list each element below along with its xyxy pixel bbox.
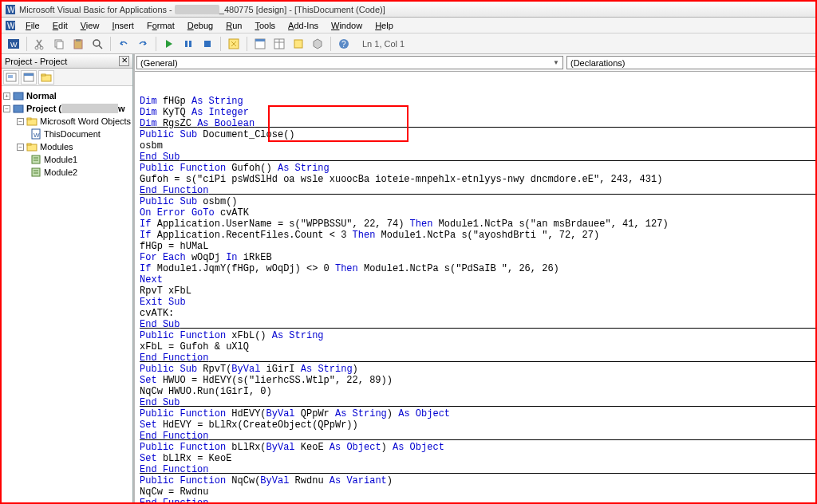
- code-editor[interactable]: Dim fHGp As String Dim KyTQ As Integer D…: [135, 72, 817, 502]
- tree-module2[interactable]: Module2: [3, 166, 131, 179]
- svg-rect-36: [27, 118, 31, 120]
- close-panel-icon[interactable]: ✕: [119, 56, 129, 66]
- svg-text:W: W: [34, 132, 40, 139]
- svg-rect-16: [204, 41, 211, 47]
- properties-icon[interactable]: [270, 35, 288, 53]
- project-panel-toolbar: [2, 69, 132, 86]
- object-browser-icon[interactable]: [290, 35, 307, 53]
- project-panel-title: Project - Project ✕: [2, 54, 132, 69]
- svg-rect-9: [57, 41, 63, 49]
- chevron-down-icon: ▼: [553, 59, 559, 66]
- menu-help[interactable]: Help: [369, 19, 400, 32]
- svg-rect-32: [41, 74, 45, 76]
- project-explorer: Project - Project ✕ +Normal −Project ( w…: [2, 54, 133, 502]
- view-word-icon[interactable]: W: [5, 35, 22, 53]
- copy-icon[interactable]: [50, 35, 68, 53]
- view-object-icon[interactable]: [21, 70, 37, 85]
- titlebar: W Microsoft Visual Basic for Application…: [2, 2, 815, 18]
- design-mode-icon[interactable]: [225, 35, 243, 53]
- svg-point-12: [93, 40, 100, 46]
- svg-rect-11: [76, 39, 81, 41]
- svg-text:W: W: [10, 41, 18, 49]
- procedure-dropdown[interactable]: (Declarations)▼: [566, 56, 817, 69]
- svg-rect-34: [14, 105, 23, 112]
- svg-rect-30: [24, 73, 34, 76]
- menu-tools[interactable]: Tools: [248, 19, 282, 32]
- view-code-icon[interactable]: [3, 70, 19, 85]
- undo-icon[interactable]: [115, 35, 132, 53]
- redo-icon[interactable]: [134, 35, 152, 53]
- svg-line-13: [99, 45, 102, 49]
- svg-rect-44: [32, 168, 40, 176]
- menu-format[interactable]: Format: [140, 19, 181, 32]
- help-icon[interactable]: ?: [335, 35, 353, 53]
- app-menu-icon[interactable]: W: [5, 20, 16, 31]
- tree-thisdocument[interactable]: WThisDocument: [3, 128, 131, 140]
- code-editor-area: (General)▼ (Declarations)▼ Dim fHGp As S…: [135, 54, 817, 502]
- cursor-position: Ln 1, Col 1: [362, 39, 405, 49]
- tree-module1[interactable]: Module1: [3, 153, 131, 166]
- menu-file[interactable]: File: [19, 19, 46, 32]
- window-title: Microsoft Visual Basic for Applications …: [19, 5, 385, 14]
- project-tree[interactable]: +Normal −Project ( w −Microsoft Word Obj…: [2, 86, 132, 502]
- find-icon[interactable]: [89, 35, 106, 53]
- svg-rect-14: [185, 41, 187, 47]
- svg-rect-15: [189, 41, 191, 47]
- menubar: W File Edit View Insert Format Debug Run…: [2, 18, 815, 33]
- toggle-folders-icon[interactable]: [38, 70, 54, 85]
- menu-view[interactable]: View: [74, 19, 106, 32]
- svg-text:W: W: [7, 22, 15, 30]
- svg-rect-19: [255, 39, 265, 41]
- tree-word-objects[interactable]: −Microsoft Word Objects: [3, 115, 131, 128]
- cut-icon[interactable]: [31, 35, 49, 53]
- menu-edit[interactable]: Edit: [46, 19, 74, 32]
- menu-addins[interactable]: Add-Ins: [282, 19, 325, 32]
- menu-insert[interactable]: Insert: [105, 19, 140, 32]
- paste-icon[interactable]: [69, 35, 87, 53]
- svg-rect-40: [27, 144, 31, 145]
- tree-project[interactable]: −Project ( w: [3, 102, 131, 115]
- svg-text:W: W: [7, 6, 15, 14]
- app-icon: W: [5, 4, 16, 15]
- reset-icon[interactable]: [199, 35, 216, 53]
- svg-rect-23: [294, 40, 302, 48]
- toolbar: W ? Ln 1, Col 1: [2, 33, 815, 54]
- project-explorer-icon[interactable]: [251, 35, 269, 53]
- break-icon[interactable]: [180, 35, 197, 53]
- object-dropdown[interactable]: (General)▼: [136, 56, 563, 69]
- run-icon[interactable]: [160, 35, 178, 53]
- tree-modules[interactable]: −Modules: [3, 140, 131, 153]
- menu-debug[interactable]: Debug: [181, 19, 219, 32]
- svg-rect-33: [14, 93, 23, 100]
- svg-text:?: ?: [341, 40, 346, 49]
- toolbox-icon[interactable]: [309, 35, 326, 53]
- tree-normal[interactable]: +Normal: [3, 89, 131, 102]
- menu-window[interactable]: Window: [325, 19, 369, 32]
- menu-run[interactable]: Run: [219, 19, 248, 32]
- svg-rect-41: [32, 156, 40, 163]
